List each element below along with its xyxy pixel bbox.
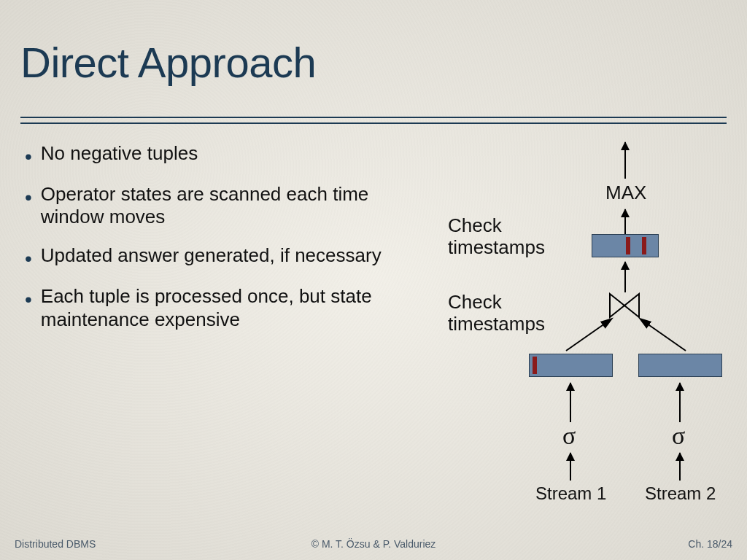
tuple-marker <box>642 237 646 254</box>
slide: Direct Approach • No negative tuples • O… <box>0 0 747 560</box>
max-operator-label: MAX <box>605 182 646 204</box>
state-box <box>529 354 613 377</box>
arrow-icon <box>624 209 626 234</box>
stream-label: Stream 1 <box>535 483 606 504</box>
arrow-icon <box>679 383 681 422</box>
state-box <box>592 234 659 257</box>
bullet-dot-icon: • <box>25 187 32 208</box>
arrow-icon <box>570 453 571 481</box>
footer-right: Ch. 18/24 <box>688 538 732 550</box>
bullet-dot-icon: • <box>25 249 32 269</box>
arrow-icon <box>624 262 626 292</box>
tuple-marker <box>533 357 537 374</box>
svg-line-1 <box>642 320 686 351</box>
tuple-marker <box>626 237 630 254</box>
slide-title: Direct Approach <box>20 38 316 87</box>
arrow-icon <box>570 383 571 422</box>
bullet-item: • No negative tuples <box>25 142 404 167</box>
selection-operator-label: σ <box>672 422 685 450</box>
arrow-icon <box>562 317 620 357</box>
bullet-dot-icon: • <box>25 289 32 310</box>
arrow-icon <box>632 317 690 357</box>
arrow-icon <box>679 453 681 481</box>
bullet-list: • No negative tuples • Operator states a… <box>25 142 404 347</box>
state-box <box>638 354 722 377</box>
bullet-text: Operator states are scanned each time wi… <box>41 183 404 228</box>
footer-left: Distributed DBMS <box>15 538 96 550</box>
svg-line-0 <box>566 320 610 351</box>
slide-footer: Distributed DBMS © M. T. Özsu & P. Valdu… <box>0 534 747 551</box>
bullet-item: • Each tuple is processed once, but stat… <box>25 285 404 330</box>
bullet-dot-icon: • <box>25 147 32 167</box>
title-divider <box>20 117 727 124</box>
bullet-text: Each tuple is processed once, but state … <box>41 285 404 330</box>
bullet-text: Updated answer generated, if necessary <box>41 244 404 267</box>
join-operator-icon <box>608 292 640 319</box>
check-timestamps-label: Check timestamps <box>448 292 565 335</box>
arrow-icon <box>624 142 626 179</box>
bullet-item: • Updated answer generated, if necessary <box>25 244 404 269</box>
stream-label: Stream 2 <box>645 483 716 504</box>
footer-center: © M. T. Özsu & P. Valduriez <box>311 538 436 550</box>
query-plan-diagram: MAX Check timestamps Check timestamps <box>430 142 737 521</box>
bullet-item: • Operator states are scanned each time … <box>25 183 404 228</box>
check-timestamps-label: Check timestamps <box>448 215 565 259</box>
bullet-text: No negative tuples <box>41 142 404 165</box>
selection-operator-label: σ <box>562 422 576 450</box>
